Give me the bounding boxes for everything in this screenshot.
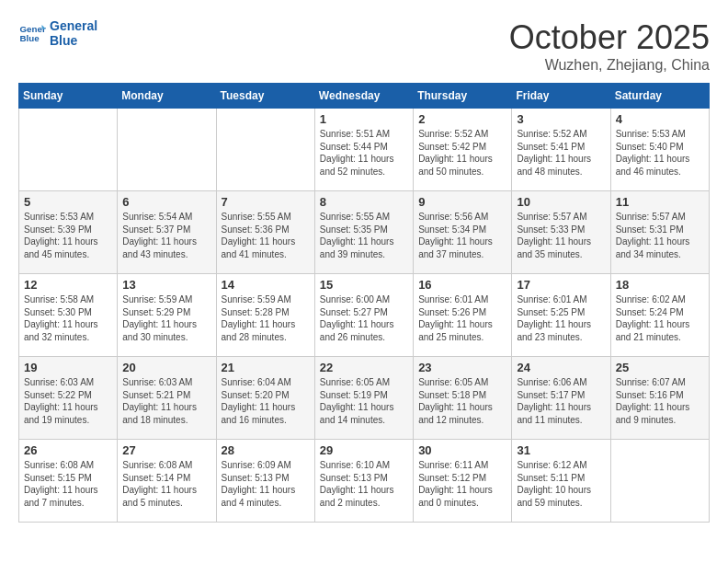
calendar-cell: 21Sunrise: 6:04 AM Sunset: 5:20 PM Dayli…	[216, 357, 314, 440]
svg-text:Blue: Blue	[20, 33, 40, 43]
calendar-cell: 13Sunrise: 5:59 AM Sunset: 5:29 PM Dayli…	[118, 274, 216, 357]
weekday-header: Monday	[118, 84, 216, 109]
day-info: Sunrise: 5:59 AM Sunset: 5:29 PM Dayligh…	[122, 293, 210, 343]
day-info: Sunrise: 5:52 AM Sunset: 5:41 PM Dayligh…	[517, 128, 605, 178]
calendar-cell: 31Sunrise: 6:12 AM Sunset: 5:11 PM Dayli…	[512, 440, 610, 523]
day-info: Sunrise: 6:06 AM Sunset: 5:17 PM Dayligh…	[517, 376, 605, 426]
calendar-cell: 12Sunrise: 5:58 AM Sunset: 5:30 PM Dayli…	[19, 274, 118, 357]
calendar-week-row: 5Sunrise: 5:53 AM Sunset: 5:39 PM Daylig…	[19, 191, 710, 274]
calendar-cell: 29Sunrise: 6:10 AM Sunset: 5:13 PM Dayli…	[314, 440, 413, 523]
calendar-week-row: 12Sunrise: 5:58 AM Sunset: 5:30 PM Dayli…	[19, 274, 710, 357]
calendar-cell: 8Sunrise: 5:55 AM Sunset: 5:35 PM Daylig…	[314, 191, 413, 274]
calendar-week-row: 26Sunrise: 6:08 AM Sunset: 5:15 PM Dayli…	[19, 440, 710, 523]
weekday-header: Sunday	[19, 84, 118, 109]
day-number: 29	[320, 443, 408, 457]
calendar-cell: 9Sunrise: 5:56 AM Sunset: 5:34 PM Daylig…	[414, 191, 512, 274]
calendar-cell: 22Sunrise: 6:05 AM Sunset: 5:19 PM Dayli…	[314, 357, 413, 440]
calendar-cell: 11Sunrise: 5:57 AM Sunset: 5:31 PM Dayli…	[610, 191, 709, 274]
calendar-cell: 23Sunrise: 6:05 AM Sunset: 5:18 PM Dayli…	[414, 357, 512, 440]
day-number: 5	[24, 195, 112, 209]
day-number: 4	[616, 112, 704, 126]
day-info: Sunrise: 5:55 AM Sunset: 5:36 PM Dayligh…	[222, 211, 310, 260]
day-info: Sunrise: 5:53 AM Sunset: 5:40 PM Dayligh…	[616, 128, 704, 178]
day-number: 18	[616, 278, 704, 292]
calendar-cell: 15Sunrise: 6:00 AM Sunset: 5:27 PM Dayli…	[314, 274, 413, 357]
day-number: 7	[222, 195, 310, 209]
day-number: 11	[616, 195, 704, 209]
weekday-header: Saturday	[610, 84, 709, 109]
calendar-cell: 3Sunrise: 5:52 AM Sunset: 5:41 PM Daylig…	[512, 109, 610, 191]
calendar-cell: 5Sunrise: 5:53 AM Sunset: 5:39 PM Daylig…	[19, 191, 118, 274]
calendar-cell: 1Sunrise: 5:51 AM Sunset: 5:44 PM Daylig…	[314, 109, 413, 191]
day-info: Sunrise: 6:12 AM Sunset: 5:11 PM Dayligh…	[517, 459, 605, 509]
day-number: 8	[320, 195, 408, 209]
day-number: 24	[517, 361, 605, 374]
day-info: Sunrise: 6:01 AM Sunset: 5:25 PM Dayligh…	[517, 293, 605, 343]
day-number: 23	[418, 361, 506, 374]
calendar-subtitle: Wuzhen, Zhejiang, China	[509, 57, 710, 74]
day-info: Sunrise: 6:02 AM Sunset: 5:24 PM Dayligh…	[616, 293, 704, 343]
day-number: 2	[418, 112, 506, 126]
day-number: 26	[24, 443, 112, 457]
day-number: 15	[320, 278, 408, 292]
calendar-cell: 16Sunrise: 6:01 AM Sunset: 5:26 PM Dayli…	[414, 274, 512, 357]
calendar-cell	[19, 109, 118, 191]
day-number: 25	[616, 361, 704, 374]
day-info: Sunrise: 5:51 AM Sunset: 5:44 PM Dayligh…	[320, 128, 408, 178]
day-info: Sunrise: 5:54 AM Sunset: 5:37 PM Dayligh…	[122, 211, 210, 260]
weekday-header: Tuesday	[216, 84, 314, 109]
calendar-week-row: 1Sunrise: 5:51 AM Sunset: 5:44 PM Daylig…	[19, 109, 710, 191]
day-info: Sunrise: 6:00 AM Sunset: 5:27 PM Dayligh…	[320, 293, 408, 343]
day-info: Sunrise: 6:08 AM Sunset: 5:15 PM Dayligh…	[24, 459, 112, 509]
calendar-cell: 26Sunrise: 6:08 AM Sunset: 5:15 PM Dayli…	[19, 440, 118, 523]
day-number: 3	[517, 112, 605, 126]
logo-icon: General Blue	[18, 19, 46, 47]
day-info: Sunrise: 6:10 AM Sunset: 5:13 PM Dayligh…	[320, 459, 408, 509]
day-info: Sunrise: 5:57 AM Sunset: 5:33 PM Dayligh…	[517, 211, 605, 260]
day-number: 30	[418, 443, 506, 457]
day-number: 17	[517, 278, 605, 292]
day-number: 6	[122, 195, 210, 209]
weekday-header-row: SundayMondayTuesdayWednesdayThursdayFrid…	[19, 84, 710, 109]
calendar-cell: 7Sunrise: 5:55 AM Sunset: 5:36 PM Daylig…	[216, 191, 314, 274]
day-info: Sunrise: 5:59 AM Sunset: 5:28 PM Dayligh…	[222, 293, 310, 343]
day-info: Sunrise: 5:58 AM Sunset: 5:30 PM Dayligh…	[24, 293, 112, 343]
day-number: 1	[320, 112, 408, 126]
calendar-title: October 2025	[509, 18, 710, 57]
calendar-cell: 10Sunrise: 5:57 AM Sunset: 5:33 PM Dayli…	[512, 191, 610, 274]
calendar-cell: 6Sunrise: 5:54 AM Sunset: 5:37 PM Daylig…	[118, 191, 216, 274]
day-info: Sunrise: 6:05 AM Sunset: 5:18 PM Dayligh…	[418, 376, 506, 426]
day-info: Sunrise: 6:03 AM Sunset: 5:21 PM Dayligh…	[122, 376, 210, 426]
day-number: 20	[122, 361, 210, 374]
day-info: Sunrise: 6:08 AM Sunset: 5:14 PM Dayligh…	[122, 459, 210, 509]
calendar-cell: 30Sunrise: 6:11 AM Sunset: 5:12 PM Dayli…	[414, 440, 512, 523]
page-header: General Blue General Blue October 2025 W…	[18, 18, 710, 74]
day-info: Sunrise: 5:57 AM Sunset: 5:31 PM Dayligh…	[616, 211, 704, 260]
logo-blue-text: Blue	[50, 33, 97, 48]
day-info: Sunrise: 6:01 AM Sunset: 5:26 PM Dayligh…	[418, 293, 506, 343]
day-number: 19	[24, 361, 112, 374]
day-info: Sunrise: 6:11 AM Sunset: 5:12 PM Dayligh…	[418, 459, 506, 509]
day-info: Sunrise: 5:55 AM Sunset: 5:35 PM Dayligh…	[320, 211, 408, 260]
day-info: Sunrise: 5:53 AM Sunset: 5:39 PM Dayligh…	[24, 211, 112, 260]
day-info: Sunrise: 6:05 AM Sunset: 5:19 PM Dayligh…	[320, 376, 408, 426]
logo: General Blue General Blue	[18, 18, 97, 48]
calendar-cell: 24Sunrise: 6:06 AM Sunset: 5:17 PM Dayli…	[512, 357, 610, 440]
calendar-cell: 19Sunrise: 6:03 AM Sunset: 5:22 PM Dayli…	[19, 357, 118, 440]
calendar-cell: 4Sunrise: 5:53 AM Sunset: 5:40 PM Daylig…	[610, 109, 709, 191]
day-number: 10	[517, 195, 605, 209]
calendar-cell: 2Sunrise: 5:52 AM Sunset: 5:42 PM Daylig…	[414, 109, 512, 191]
day-number: 9	[418, 195, 506, 209]
day-info: Sunrise: 6:03 AM Sunset: 5:22 PM Dayligh…	[24, 376, 112, 426]
day-info: Sunrise: 5:56 AM Sunset: 5:34 PM Dayligh…	[418, 211, 506, 260]
logo-text: General	[50, 18, 97, 33]
day-info: Sunrise: 5:52 AM Sunset: 5:42 PM Dayligh…	[418, 128, 506, 178]
calendar-cell: 20Sunrise: 6:03 AM Sunset: 5:21 PM Dayli…	[118, 357, 216, 440]
weekday-header: Thursday	[414, 84, 512, 109]
day-number: 31	[517, 443, 605, 457]
calendar-cell: 28Sunrise: 6:09 AM Sunset: 5:13 PM Dayli…	[216, 440, 314, 523]
day-info: Sunrise: 6:04 AM Sunset: 5:20 PM Dayligh…	[222, 376, 310, 426]
day-info: Sunrise: 6:09 AM Sunset: 5:13 PM Dayligh…	[222, 459, 310, 509]
calendar-table: SundayMondayTuesdayWednesdayThursdayFrid…	[18, 83, 710, 523]
day-number: 12	[24, 278, 112, 292]
